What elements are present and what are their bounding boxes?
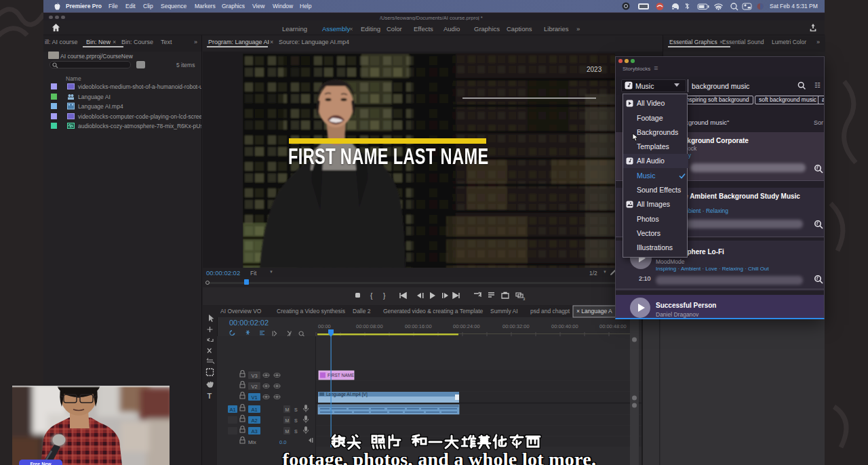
svg-text:}: }: [383, 292, 386, 300]
svg-text:S: S: [294, 429, 298, 434]
svg-text:00:00: 00:00: [318, 323, 331, 329]
svg-text:Creating a Video synthesis: Creating a Video synthesis: [277, 308, 345, 315]
svg-text:AI Overview VO: AI Overview VO: [220, 308, 262, 315]
svg-text:00:00:16:00: 00:00:16:00: [405, 323, 432, 329]
svg-text:S: S: [294, 418, 298, 423]
svg-text:A1: A1: [230, 407, 236, 413]
svg-text:Generated video & creating a T: Generated video & creating a Template: [383, 308, 484, 315]
svg-text:V3: V3: [252, 373, 258, 379]
svg-text:00:00:24:00: 00:00:24:00: [453, 323, 480, 329]
svg-text:× Language A: × Language A: [576, 308, 612, 315]
svg-text:V2: V2: [252, 384, 258, 390]
svg-text:Summly AI: Summly AI: [490, 308, 518, 315]
svg-text:M: M: [285, 407, 290, 412]
svg-text:A2: A2: [252, 418, 258, 424]
svg-text:00:00:08:00: 00:00:08:00: [356, 323, 383, 329]
svg-text:M: M: [285, 418, 290, 423]
svg-text:V1: V1: [252, 395, 258, 401]
svg-text:Language AI.mp4 [V]: Language AI.mp4 [V]: [326, 392, 368, 397]
svg-text:A1: A1: [252, 407, 258, 413]
svg-text:{: {: [370, 292, 373, 300]
svg-text:2023: 2023: [587, 66, 602, 73]
svg-text:S: S: [294, 407, 298, 412]
svg-text:3: 3: [523, 297, 526, 301]
svg-text:00:00:40:00: 00:00:40:00: [551, 323, 578, 329]
svg-text:00:00:48:00: 00:00:48:00: [599, 323, 627, 329]
svg-text:00:00:02:02: 00:00:02:02: [229, 319, 269, 327]
svg-text:psd and chagpt: psd and chagpt: [530, 308, 570, 315]
svg-text:00:00:32:00: 00:00:32:00: [502, 323, 530, 329]
svg-text:Dalle 2: Dalle 2: [353, 308, 371, 315]
svg-text:FIRST NAME: FIRST NAME: [328, 373, 355, 378]
svg-text:M: M: [285, 429, 290, 434]
svg-text:T: T: [208, 392, 212, 400]
